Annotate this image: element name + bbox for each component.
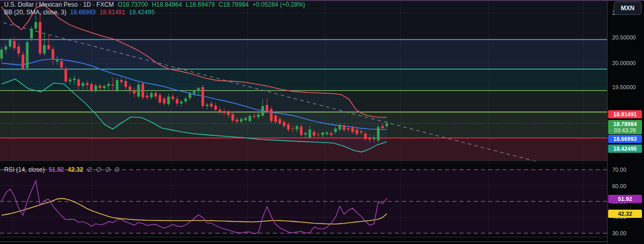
candle-up[interactable] [116,80,118,90]
candle-up[interactable] [82,83,84,86]
candle-up[interactable] [30,29,33,39]
candle-down[interactable] [317,134,319,135]
candle-down[interactable] [227,113,230,115]
candle-up[interactable] [338,125,341,130]
candle-down[interactable] [133,90,135,94]
candle-down[interactable] [98,86,101,88]
candle-down[interactable] [347,128,350,130]
candle-down[interactable] [202,87,204,106]
candle-down[interactable] [287,125,290,130]
candle-up[interactable] [304,133,307,135]
candle-up[interactable] [193,91,195,94]
candle-down[interactable] [283,122,286,126]
candle-up[interactable] [249,116,251,121]
candle-down[interactable] [112,85,114,86]
candle-down[interactable] [278,119,281,124]
candle-down[interactable] [39,22,42,53]
candle-down[interactable] [86,83,88,85]
candle-up[interactable] [103,86,106,88]
candle-down[interactable] [171,96,174,99]
candle-up[interactable] [180,101,183,104]
candle-up[interactable] [150,93,153,98]
candle-down[interactable] [364,133,367,139]
candle-down[interactable] [120,80,123,82]
candle-up[interactable] [43,45,46,54]
candle-down[interactable] [142,84,144,97]
candle-down[interactable] [65,69,67,82]
candle-down[interactable] [22,54,24,68]
candle-down[interactable] [253,116,255,117]
candle-up[interactable] [5,47,7,50]
candle-down[interactable] [360,131,363,133]
candle-up[interactable] [309,130,311,138]
candle-up[interactable] [137,85,140,96]
candle-up[interactable] [26,42,29,68]
candle-down[interactable] [369,137,371,139]
candle-up[interactable] [244,118,247,120]
candle-down[interactable] [146,95,148,97]
candle-up[interactable] [321,133,324,135]
currency-toggle-button[interactable]: MXN [614,2,641,15]
candle-down[interactable] [125,81,127,87]
candle-up[interactable] [184,98,187,101]
candle-up[interactable] [167,96,170,104]
candle-up[interactable] [334,129,337,132]
candle-up[interactable] [197,88,200,91]
candle-down[interactable] [52,49,54,59]
candle-down[interactable] [291,129,294,129]
candle-down[interactable] [90,84,93,91]
time-axis[interactable] [0,237,607,244]
candle-up[interactable] [0,50,3,59]
candle-down[interactable] [218,110,221,112]
candle-down[interactable] [60,61,63,68]
candle-up[interactable] [94,86,97,91]
candle-down[interactable] [214,106,217,110]
candle-up[interactable] [206,105,208,106]
candle-up[interactable] [377,127,379,140]
candle-down[interactable] [266,105,268,112]
candle-up[interactable] [56,60,58,62]
candle-down[interactable] [163,98,166,104]
candle-up[interactable] [386,124,388,126]
rsi-label[interactable]: RSI (14, close) [4,166,45,173]
candle-down[interactable] [13,41,15,48]
candle-up[interactable] [257,114,259,117]
candle-down[interactable] [270,109,272,121]
chart-canvas[interactable] [0,0,644,244]
symbol-legend[interactable]: U.S. Dollar / Mexican Peso · 1D · FXCM O… [4,1,307,8]
panel-separator[interactable] [0,160,607,161]
candle-down[interactable] [223,111,226,113]
candle-down[interactable] [381,126,384,128]
candle-down[interactable] [313,132,315,136]
candle-down[interactable] [210,104,213,107]
candle-down[interactable] [158,95,161,103]
candle-up[interactable] [107,84,110,86]
candle-up[interactable] [373,137,375,139]
candle-up[interactable] [69,79,71,82]
candle-down[interactable] [231,114,234,120]
bb-legend[interactable]: BB (20, SMA, close, 3) 18.66993 18.91491… [4,9,157,16]
candle-down[interactable] [176,99,178,104]
candle-down[interactable] [17,47,20,54]
candle-down[interactable] [300,127,303,135]
rsi-legend[interactable]: RSI (14, close) 51.92 42.32 ∅ ∅ ∅ ∅ [4,166,122,173]
candle-up[interactable] [189,93,191,98]
candle-up[interactable] [326,133,328,134]
candle-down[interactable] [343,126,345,130]
candle-up[interactable] [240,119,243,121]
candle-down[interactable] [47,45,50,49]
candle-down[interactable] [129,87,131,90]
candle-up[interactable] [261,106,264,116]
price-scale[interactable]: MXN 21.00000 20.50000 20.00000 19.50000 … [607,0,644,244]
candle-up[interactable] [34,22,37,29]
bb-label[interactable]: BB (20, SMA, close, 3) [4,9,66,16]
candle-down[interactable] [351,128,354,132]
candle-down[interactable] [330,133,332,135]
candle-down[interactable] [274,115,277,122]
candle-down[interactable] [236,119,238,121]
candle-up[interactable] [9,40,11,47]
symbol-title[interactable]: U.S. Dollar / Mexican Peso · 1D · FXCM [4,1,114,8]
candle-up[interactable] [73,78,75,80]
candle-down[interactable] [154,93,157,97]
candle-down[interactable] [77,79,80,86]
